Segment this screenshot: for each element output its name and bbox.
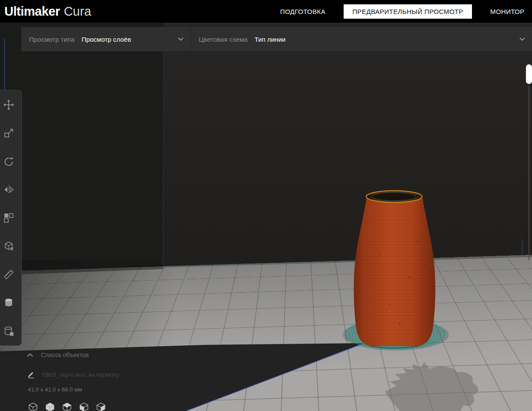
tool-panel xyxy=(0,90,22,346)
move-tool-button[interactable] xyxy=(0,97,21,112)
modifier-cylinder-button[interactable] xyxy=(0,324,21,338)
tab-preview[interactable]: ПРЕДВАРИТЕЛЬНЫЙ ПРОСМОТР xyxy=(344,4,472,19)
layer-slider-track[interactable] xyxy=(529,86,529,260)
view-type-dropdown[interactable]: Просмотр типа Просмотр слоёв xyxy=(21,27,191,51)
object-list-title: Список объектов xyxy=(41,351,89,358)
view-3d-icon xyxy=(28,402,38,411)
color-scheme-label: Цветовая схема xyxy=(199,36,248,43)
chevron-up-icon xyxy=(27,353,33,357)
view-left-button[interactable] xyxy=(79,402,89,411)
move-tool-icon xyxy=(3,99,14,110)
object-list-toggle[interactable]: Список объектов xyxy=(27,351,119,359)
view-right-icon xyxy=(96,402,106,411)
rotate-tool-button[interactable] xyxy=(0,154,21,169)
rotate-tool-icon xyxy=(3,156,14,167)
support-cylinder-icon xyxy=(3,297,14,308)
view-type-value: Просмотр слоёв xyxy=(81,36,131,43)
logo-product: Cura xyxy=(64,4,91,19)
chevron-down-icon xyxy=(519,37,525,41)
color-scheme-value: Тип линии xyxy=(254,36,285,43)
tab-prepare[interactable]: ПОДГОТОВКА xyxy=(280,8,325,15)
build-plate-wrap xyxy=(0,0,532,411)
view-3d-button[interactable] xyxy=(28,402,38,411)
modifier-cylinder-icon xyxy=(3,325,14,337)
color-scheme-dropdown[interactable]: Цветовая схема Тип линии xyxy=(191,27,532,51)
view-right-button[interactable] xyxy=(96,402,106,411)
mirror-tool-button[interactable] xyxy=(0,182,21,197)
per-model-settings-button[interactable] xyxy=(0,211,21,225)
measure-tool-button[interactable] xyxy=(0,267,21,282)
object-list-item[interactable]: FBG5_пер-к пыл. на паркетку xyxy=(27,371,119,378)
support-cylinder-button[interactable] xyxy=(0,295,21,310)
support-blocker-button[interactable] xyxy=(0,239,21,254)
view-left-icon xyxy=(79,402,89,411)
layer-slider[interactable] xyxy=(525,63,532,264)
app-logo: Ultimaker Cura xyxy=(4,4,91,19)
mirror-tool-icon xyxy=(3,184,14,195)
chevron-down-icon xyxy=(178,37,184,41)
object-name: FBG5_пер-к пыл. на паркетку xyxy=(42,371,119,378)
view-top-icon xyxy=(62,402,72,411)
object-dimensions: 41.0 x 41.0 x 68.0 мм xyxy=(28,386,119,393)
view-front-button[interactable] xyxy=(45,402,55,411)
app-header: Ultimaker Cura ПОДГОТОВКА ПРЕДВАРИТЕЛЬНЫ… xyxy=(0,0,532,23)
tab-monitor[interactable]: МОНИТОР xyxy=(490,8,525,15)
support-blocker-icon xyxy=(3,241,14,252)
scale-tool-icon xyxy=(3,127,14,139)
pencil-icon xyxy=(27,371,35,378)
per-model-settings-icon xyxy=(3,212,14,224)
stage-tabs: ПОДГОТОВКА ПРЕДВАРИТЕЛЬНЫЙ ПРОСМОТР МОНИ… xyxy=(280,0,525,23)
measure-tool-icon xyxy=(3,269,14,280)
logo-brand: Ultimaker xyxy=(4,4,60,19)
layer-slider-handle[interactable] xyxy=(526,64,532,84)
object-list-panel: Список объектов FBG5_пер-к пыл. на парке… xyxy=(27,351,119,411)
view-front-icon xyxy=(45,402,55,411)
scale-tool-button[interactable] xyxy=(0,126,21,140)
view-type-label: Просмотр типа xyxy=(29,36,74,43)
view-top-button[interactable] xyxy=(62,402,72,411)
view-options-bar: Просмотр типа Просмотр слоёв Цветовая сх… xyxy=(21,27,532,52)
camera-view-buttons xyxy=(28,402,119,411)
viewport-3d[interactable] xyxy=(0,0,532,411)
